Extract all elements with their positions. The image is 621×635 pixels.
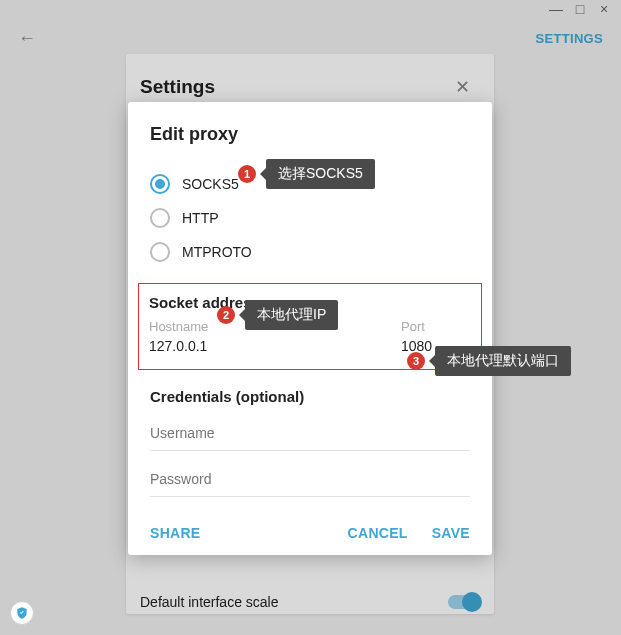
username-input[interactable] bbox=[150, 423, 470, 444]
radio-icon bbox=[150, 174, 170, 194]
port-label: Port bbox=[401, 319, 471, 334]
radio-label: HTTP bbox=[182, 210, 219, 226]
annotation-tooltip-1: 选择SOCKS5 bbox=[266, 159, 375, 189]
username-field[interactable] bbox=[150, 423, 470, 451]
annotation-badge-2: 2 bbox=[217, 306, 235, 324]
share-button[interactable]: SHARE bbox=[150, 525, 201, 541]
radio-mtproto[interactable]: MTPROTO bbox=[150, 235, 470, 269]
shield-icon bbox=[10, 601, 34, 625]
annotation-badge-3: 3 bbox=[407, 352, 425, 370]
radio-http[interactable]: HTTP bbox=[150, 201, 470, 235]
dialog-title: Edit proxy bbox=[150, 124, 470, 145]
annotation-badge-1: 1 bbox=[238, 165, 256, 183]
hostname-input[interactable] bbox=[149, 336, 381, 357]
radio-label: SOCKS5 bbox=[182, 176, 239, 192]
annotation-tooltip-2: 本地代理IP bbox=[245, 300, 338, 330]
radio-icon bbox=[150, 208, 170, 228]
password-input[interactable] bbox=[150, 469, 470, 490]
cancel-button[interactable]: CANCEL bbox=[348, 525, 408, 541]
radio-label: MTPROTO bbox=[182, 244, 252, 260]
credentials-title: Credentials (optional) bbox=[150, 388, 470, 405]
annotation-tooltip-3: 本地代理默认端口 bbox=[435, 346, 571, 376]
password-field[interactable] bbox=[150, 469, 470, 497]
save-button[interactable]: SAVE bbox=[432, 525, 470, 541]
radio-icon bbox=[150, 242, 170, 262]
